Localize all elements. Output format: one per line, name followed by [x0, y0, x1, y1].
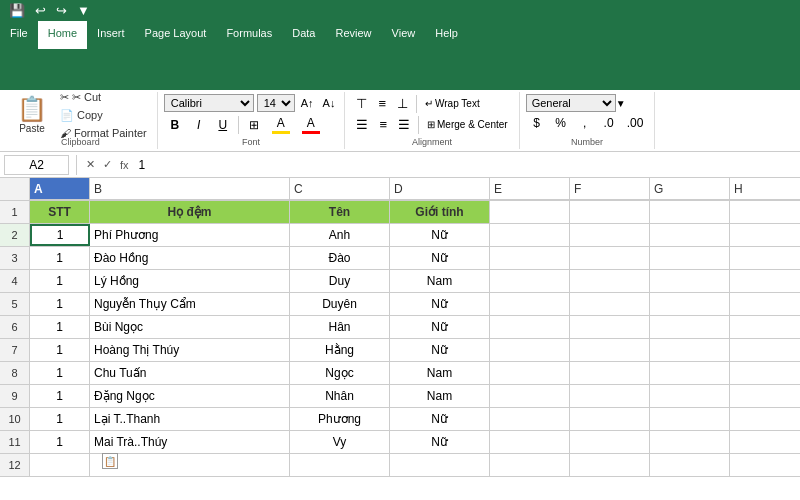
cell-e10[interactable]	[490, 408, 570, 430]
cell-e2[interactable]	[490, 224, 570, 246]
cell-h7[interactable]	[730, 339, 800, 361]
increase-font-button[interactable]: A↑	[298, 96, 317, 110]
number-format-select[interactable]: General	[526, 94, 616, 112]
font-family-select[interactable]: Calibri	[164, 94, 254, 112]
cell-a2[interactable]: 1	[30, 224, 90, 246]
cell-f7[interactable]	[570, 339, 650, 361]
cell-b10[interactable]: Lại T..Thanh	[90, 408, 290, 430]
font-color-button[interactable]: A	[297, 114, 325, 136]
cell-b8[interactable]: Chu Tuấn	[90, 362, 290, 384]
cell-d11[interactable]: Nữ	[390, 431, 490, 453]
align-bottom-button[interactable]: ⊥	[392, 94, 413, 113]
row-number-6[interactable]: 6	[0, 316, 30, 338]
cell-e4[interactable]	[490, 270, 570, 292]
cell-a1[interactable]: STT	[30, 201, 90, 223]
cell-h3[interactable]	[730, 247, 800, 269]
insert-function-button[interactable]: fx	[118, 158, 131, 171]
row-number-11[interactable]: 11	[0, 431, 30, 453]
currency-button[interactable]: $	[526, 114, 548, 132]
decrease-font-button[interactable]: A↓	[320, 96, 339, 110]
cell-d12[interactable]	[390, 454, 490, 476]
cell-g11[interactable]	[650, 431, 730, 453]
paste-options-icon[interactable]: 📋	[102, 453, 118, 469]
cell-h11[interactable]	[730, 431, 800, 453]
cell-a10[interactable]: 1	[30, 408, 90, 430]
cell-g6[interactable]	[650, 316, 730, 338]
cell-b7[interactable]: Hoàng Thị Thúy	[90, 339, 290, 361]
cell-e8[interactable]	[490, 362, 570, 384]
cell-c4[interactable]: Duy	[290, 270, 390, 292]
cell-d1[interactable]: Giới tính	[390, 201, 490, 223]
merge-center-button[interactable]: ⊞ Merge & Center	[422, 117, 513, 132]
cell-b5[interactable]: Nguyễn Thụy Cẩm	[90, 293, 290, 315]
tab-data[interactable]: Data	[282, 21, 325, 49]
cell-d5[interactable]: Nữ	[390, 293, 490, 315]
row-number-7[interactable]: 7	[0, 339, 30, 361]
cell-g5[interactable]	[650, 293, 730, 315]
cancel-formula-button[interactable]: ✕	[84, 158, 97, 171]
decrease-decimal-button[interactable]: .0	[598, 114, 620, 132]
cell-e7[interactable]	[490, 339, 570, 361]
cell-c9[interactable]: Nhân	[290, 385, 390, 407]
save-button[interactable]: 💾	[6, 2, 28, 19]
col-header-c[interactable]: C	[290, 178, 390, 200]
cell-b12[interactable]	[90, 454, 290, 476]
cell-h9[interactable]	[730, 385, 800, 407]
row-number-12[interactable]: 12	[0, 454, 30, 476]
cell-e1[interactable]	[490, 201, 570, 223]
bold-button[interactable]: B	[164, 116, 186, 134]
name-box[interactable]: A2	[4, 155, 69, 175]
tab-help[interactable]: Help	[425, 21, 468, 49]
cell-b4[interactable]: Lý Hồng	[90, 270, 290, 292]
cell-h2[interactable]	[730, 224, 800, 246]
cell-b2[interactable]: Phí Phương	[90, 224, 290, 246]
cell-e12[interactable]	[490, 454, 570, 476]
cell-h1[interactable]	[730, 201, 800, 223]
cell-e9[interactable]	[490, 385, 570, 407]
tab-page-layout[interactable]: Page Layout	[135, 21, 217, 49]
cell-c5[interactable]: Duyên	[290, 293, 390, 315]
wrap-text-button[interactable]: ↵ Wrap Text	[420, 96, 485, 111]
redo-button[interactable]: ↪	[53, 2, 70, 19]
cell-h12[interactable]	[730, 454, 800, 476]
percent-button[interactable]: %	[550, 114, 572, 132]
italic-button[interactable]: I	[188, 116, 210, 134]
cell-g10[interactable]	[650, 408, 730, 430]
row-number-2[interactable]: 2	[0, 224, 30, 246]
col-header-e[interactable]: E	[490, 178, 570, 200]
cell-a8[interactable]: 1	[30, 362, 90, 384]
cell-f4[interactable]	[570, 270, 650, 292]
cell-f10[interactable]	[570, 408, 650, 430]
number-format-dropdown[interactable]: ▼	[616, 98, 626, 109]
cell-c10[interactable]: Phương	[290, 408, 390, 430]
cell-h8[interactable]	[730, 362, 800, 384]
cell-c1[interactable]: Tên	[290, 201, 390, 223]
row-number-3[interactable]: 3	[0, 247, 30, 269]
cell-d8[interactable]: Nam	[390, 362, 490, 384]
confirm-formula-button[interactable]: ✓	[101, 158, 114, 171]
paste-button[interactable]: 📋 Paste	[10, 92, 54, 137]
cell-d3[interactable]: Nữ	[390, 247, 490, 269]
cell-d10[interactable]: Nữ	[390, 408, 490, 430]
cell-c12[interactable]	[290, 454, 390, 476]
col-header-d[interactable]: D	[390, 178, 490, 200]
col-header-h[interactable]: H	[730, 178, 800, 200]
row-number-1[interactable]: 1	[0, 201, 30, 223]
cell-a5[interactable]: 1	[30, 293, 90, 315]
cut-button[interactable]: ✂ ✂ Cut	[56, 89, 151, 106]
cell-f9[interactable]	[570, 385, 650, 407]
align-middle-button[interactable]: ≡	[373, 94, 391, 113]
tab-insert[interactable]: Insert	[87, 21, 135, 49]
row-number-4[interactable]: 4	[0, 270, 30, 292]
cell-a7[interactable]: 1	[30, 339, 90, 361]
cell-f8[interactable]	[570, 362, 650, 384]
tab-home[interactable]: Home	[38, 21, 87, 49]
cell-a11[interactable]: 1	[30, 431, 90, 453]
cell-g1[interactable]	[650, 201, 730, 223]
comma-button[interactable]: ,	[574, 114, 596, 132]
align-left-button[interactable]: ☰	[351, 115, 373, 134]
cell-b9[interactable]: Đặng Ngọc	[90, 385, 290, 407]
align-center-button[interactable]: ≡	[374, 115, 392, 134]
tab-review[interactable]: Review	[325, 21, 381, 49]
cell-h6[interactable]	[730, 316, 800, 338]
